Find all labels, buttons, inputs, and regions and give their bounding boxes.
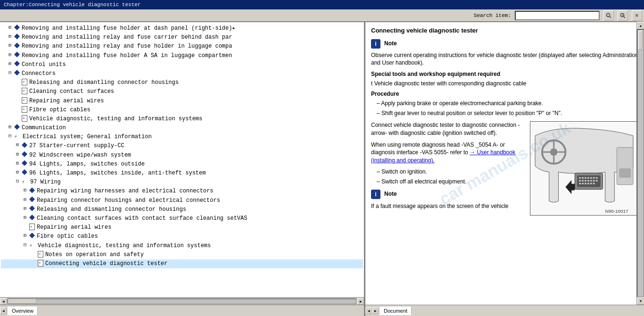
tree-item[interactable]: ⊟ ⚡ 97 Wiring [1, 178, 363, 187]
h-scrollbar-thumb[interactable] [8, 299, 36, 304]
expand-icon[interactable]: ⊞ [8, 42, 13, 50]
tree-item-label: Repairing connector housings and electri… [37, 196, 220, 205]
tree-item[interactable]: ⊞ Removing and installing relay and fuse… [1, 33, 363, 42]
tree-item[interactable]: Vehicle diagnostic, testing and informat… [1, 115, 363, 124]
tree-item-label: Cleaning contact surfaces [29, 87, 114, 96]
scroll-left-btn[interactable]: ◂ [0, 298, 7, 305]
tree-item[interactable]: ⊞ Communication [1, 124, 363, 133]
folder-icon: ⚡ [14, 133, 21, 139]
expand-icon[interactable]: ⊞ [24, 187, 28, 194]
expand-icon[interactable]: ⊞ [16, 151, 21, 158]
vscroll-thumb[interactable] [638, 31, 643, 50]
expand-icon[interactable]: ⊞ [8, 124, 13, 131]
tab-overview[interactable]: Overview [8, 307, 38, 315]
procedure-label: Procedure [371, 90, 638, 98]
expand-icon [16, 97, 21, 104]
expand-icon[interactable]: ⊞ [16, 160, 21, 167]
book-icon [14, 61, 20, 67]
vscroll-down-btn[interactable]: ▾ [637, 297, 644, 305]
expand-icon[interactable]: ⊞ [24, 214, 28, 222]
step3: – Switch on ignition. [377, 167, 524, 176]
tree-item[interactable]: Connecting vehicle diagnostic tester [1, 259, 363, 268]
tree-item[interactable]: ⊞ Removing and installing relay and fuse… [1, 42, 363, 51]
tree-item[interactable]: ⊞ Cleaning contact surfaces with contact… [1, 214, 363, 223]
scroll-right-btn[interactable]: ▸ [357, 298, 364, 305]
svg-rect-26 [590, 183, 592, 184]
expand-icon[interactable]: ⊞ [16, 169, 21, 176]
svg-rect-19 [590, 180, 592, 182]
tree-item[interactable]: ⊟ Connectors [1, 69, 363, 78]
tree-item[interactable]: Notes on operation and safety [1, 250, 363, 259]
expand-icon[interactable]: ⊞ [16, 141, 21, 149]
tree-item-label: Connecting vehicle diagnostic tester [45, 259, 167, 268]
book-icon [29, 197, 35, 202]
tree-item[interactable]: Repairing aerial wires [1, 223, 363, 232]
expand-icon[interactable]: ⊞ [8, 33, 13, 41]
expand-icon [16, 106, 21, 113]
note-box-2: i Note [371, 190, 524, 199]
expand-icon[interactable]: ⊞ [8, 24, 13, 32]
book-icon [14, 25, 20, 30]
search-btn-2[interactable]: + [618, 10, 628, 21]
tree-item-label: Fibre optic cables [29, 106, 91, 115]
tree-item[interactable]: ⊞ Repairing connector housings and elect… [1, 196, 363, 205]
tree-item[interactable]: ⊞ 94 Lights, lamps, switches outside [1, 160, 363, 169]
bottom-scroll-left[interactable]: ◂ [0, 308, 7, 314]
svg-rect-25 [587, 183, 589, 184]
tree-item-label: Communication [22, 124, 66, 133]
right-vscroll[interactable]: ▴ ▾ [636, 22, 644, 305]
tree-item[interactable]: ⊞ 27 Starter-current supply-CC [1, 141, 363, 150]
tree-item[interactable]: ⊟ ⚡ Electrical system; General informati… [1, 133, 363, 141]
folder-icon: ⚡ [29, 242, 36, 248]
book-icon [22, 169, 27, 175]
connect-text: Connect vehicle diagnostic tester to dia… [371, 121, 524, 137]
tree-item[interactable]: ⊟ ⚡ Vehicle diagnostic, testing and info… [1, 241, 363, 250]
note-content-1: Note [384, 39, 397, 48]
tree-item[interactable]: ⊞ Releasing and dismantling connector ho… [1, 205, 363, 214]
tree-item[interactable]: ⊞ Control units [1, 60, 363, 69]
bottom-bar: ◂ Overview ◂ ▸ Document [0, 305, 644, 316]
book-icon [22, 151, 27, 157]
menu-btn[interactable]: ≡ [632, 10, 642, 21]
bottom-nav-next[interactable]: ▸ [372, 308, 379, 314]
tree-item[interactable]: ⊞ Repairing wiring harnesses and electri… [1, 187, 363, 196]
tree-item[interactable]: ⊞ 96 Lights, lamps, switches inside, ant… [1, 169, 363, 178]
expand-icon[interactable]: ⊞ [8, 51, 13, 59]
tree-item-label: Cleaning contact surfaces with contact s… [37, 214, 247, 223]
expand-icon[interactable]: ⊟ [8, 69, 13, 77]
vscroll-up-btn[interactable]: ▴ [637, 22, 644, 29]
tree-item[interactable]: ⊞ Fibre optic cables [1, 232, 363, 241]
expand-icon[interactable]: ⊞ [24, 205, 28, 213]
expand-icon[interactable]: ⊟ [8, 133, 13, 140]
bottom-nav-prev[interactable]: ◂ [365, 308, 372, 314]
tree-item-label: 27 Starter-current supply-CC [29, 141, 124, 150]
tree-item[interactable]: Fibre optic cables [1, 106, 363, 115]
svg-rect-21 [596, 180, 598, 182]
user-handbook-link[interactable]: → User handbook (installing and operatin… [371, 149, 515, 164]
search-input[interactable] [515, 11, 600, 20]
expand-icon[interactable]: ⊞ [8, 60, 13, 68]
tree-item[interactable]: ⊞ Removing and installing fuse holder A … [1, 51, 363, 60]
tree-item[interactable]: Releasing and dismantling connector hous… [1, 78, 363, 87]
expand-icon[interactable]: ⊞ [24, 232, 28, 240]
tree-item[interactable]: Repairing aerial wires [1, 97, 363, 106]
book-icon [14, 42, 20, 48]
tab-document[interactable]: Document [380, 307, 412, 315]
expand-icon[interactable]: ⊟ [16, 178, 21, 185]
expand-icon[interactable]: ⊟ [24, 241, 28, 249]
expand-icon[interactable]: ⊞ [24, 196, 28, 204]
h-scrollbar-track[interactable] [8, 299, 356, 304]
h-scrollbar[interactable]: ◂ ▸ [0, 297, 364, 305]
title-text: Chapter:Connecting vehicle diagnostic te… [4, 2, 140, 8]
search-btn-1[interactable] [603, 10, 614, 21]
svg-rect-23 [582, 183, 584, 184]
right-panel-title: Connecting vehicle diagnostic tester [371, 26, 638, 35]
page-icon [22, 106, 27, 113]
right-panel: car manuals.co.uk Connecting vehicle dia… [365, 22, 644, 305]
tree-item[interactable]: ⊞ 92 Windscreen wipe/wash system [1, 151, 363, 160]
book-icon [29, 215, 35, 220]
note-box-1: i Note [371, 39, 638, 49]
tree-item[interactable]: ⊞ Removing and installing fuse holder at… [1, 24, 363, 33]
tree-content: ⊞ Removing and installing fuse holder at… [0, 22, 364, 297]
tree-item[interactable]: Cleaning contact surfaces [1, 87, 363, 96]
